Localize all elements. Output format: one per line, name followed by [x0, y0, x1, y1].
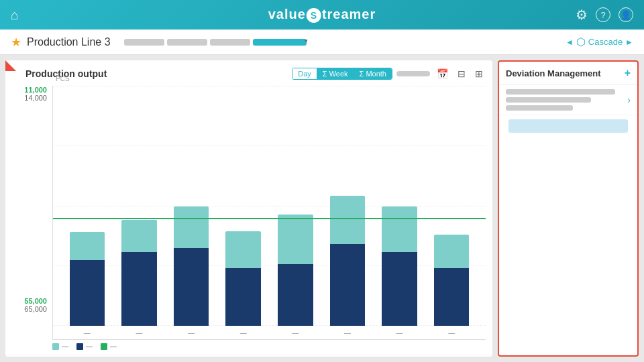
bar-top-7: [382, 206, 417, 252]
chart-header: Production output Day Σ Week Σ Month 📅 ⊟…: [12, 67, 486, 80]
cascade-nav[interactable]: ◄ ⬡ Cascade ►: [566, 36, 633, 48]
bar-bottom-2: [121, 252, 157, 326]
bar-group-2: [117, 86, 162, 326]
y-axis: 11,000 14,000 55,000 65,000: [12, 86, 52, 340]
bar-group-6: [325, 86, 370, 326]
breadcrumb-tab-1[interactable]: [124, 39, 164, 46]
deviation-panel: Deviation Management + ›: [498, 60, 639, 357]
bar-group-4: [221, 86, 266, 326]
alert-triangle-icon: [5, 60, 16, 71]
filter-icon[interactable]: ⊟: [455, 67, 468, 80]
legend-item-teal: —: [52, 343, 68, 350]
y-label-3: 55,000: [24, 297, 47, 305]
x-label-4: —: [221, 329, 266, 337]
logo-prefix: value: [268, 7, 306, 21]
deviation-header: Deviation Management +: [499, 62, 637, 85]
calendar-icon[interactable]: 📅: [434, 67, 451, 80]
home-icon[interactable]: ⌂: [11, 7, 19, 23]
x-label-7: —: [378, 329, 422, 337]
logo-s: S: [307, 8, 321, 23]
bar-top-5: [278, 215, 313, 264]
deviation-add-button[interactable]: +: [625, 67, 631, 79]
y-label-4: 65,000: [24, 305, 47, 313]
bar-stacked-7: [382, 206, 417, 326]
bar-bottom-6: [330, 244, 366, 326]
cascade-next-icon[interactable]: ►: [625, 38, 633, 47]
y-label-2: 14,000: [24, 94, 47, 102]
bar-bottom-7: [382, 252, 417, 326]
x-label-5: —: [274, 329, 318, 337]
target-line: [53, 218, 486, 219]
bar-bottom-3: [174, 248, 209, 326]
cascade-prev-icon[interactable]: ◄: [566, 38, 574, 47]
user-icon[interactable]: 👤: [619, 7, 633, 22]
x-label-8: —: [429, 329, 474, 337]
main-content: Production output Day Σ Week Σ Month 📅 ⊟…: [0, 55, 644, 362]
x-label-6: —: [325, 329, 370, 337]
breadcrumb-tab-2[interactable]: [167, 39, 207, 46]
bar-bottom-4: [225, 268, 261, 326]
bar-top-8: [434, 235, 470, 268]
help-icon[interactable]: ?: [596, 7, 610, 22]
bar-stacked-4: [225, 231, 261, 326]
legend-color-navy: [76, 343, 83, 350]
x-label-1: —: [65, 329, 109, 337]
legend-item-navy: —: [76, 343, 93, 350]
x-label-3: —: [169, 329, 213, 337]
chart-legend: — — —: [12, 343, 486, 350]
deviation-footer-bar: [508, 119, 628, 133]
page-title: Production Line 3: [27, 36, 111, 48]
bar-group-3: [169, 86, 213, 326]
bar-stacked-6: [330, 196, 366, 326]
bar-bottom-1: [70, 260, 105, 326]
bar-stacked-5: [278, 215, 313, 326]
unit-label: PCS: [56, 75, 70, 82]
chart-controls: Day Σ Week Σ Month 📅 ⊟ ⊞: [292, 67, 486, 80]
chart-body: PCS: [52, 86, 486, 340]
bar-group-7: [378, 86, 422, 326]
legend-label-green: —: [110, 343, 117, 350]
bar-bottom-5: [278, 264, 313, 326]
bar-stacked-2: [121, 220, 157, 326]
app-header: ⌂ valueStreamer ⚙ ? 👤: [0, 0, 644, 29]
legend-label-teal: —: [62, 343, 68, 350]
period-button-group: Day Σ Week Σ Month: [292, 68, 392, 80]
logo-suffix: treamer: [322, 7, 376, 21]
chart-panel: Production output Day Σ Week Σ Month 📅 ⊟…: [5, 60, 492, 357]
y-label-1: 11,000: [24, 86, 47, 94]
period-week-button[interactable]: Σ Week: [317, 68, 354, 79]
page-title-area: ★ Production Line 3: [11, 35, 111, 50]
breadcrumb-tab-active[interactable]: ▾: [253, 39, 307, 46]
bar-stacked-3: [174, 206, 209, 326]
bar-group-5: [274, 86, 318, 326]
header-left: ⌂: [11, 7, 19, 23]
bar-group-8: [429, 86, 474, 326]
breadcrumb-tab-3[interactable]: [210, 39, 250, 46]
bar-stacked-1: [70, 232, 105, 326]
legend-color-teal: [52, 343, 59, 350]
x-label-2: —: [117, 329, 162, 337]
legend-color-green: [101, 343, 107, 350]
cascade-label[interactable]: Cascade: [588, 37, 623, 47]
app-logo: valueStreamer: [268, 7, 376, 23]
bar-top-2: [121, 220, 157, 252]
favorite-star-icon[interactable]: ★: [11, 35, 21, 50]
header-right: ⚙ ? 👤: [576, 7, 633, 23]
date-range-slider[interactable]: [396, 71, 430, 76]
dev-line-1-medium: [506, 97, 591, 103]
chart-area: 11,000 14,000 55,000 65,000 PCS: [12, 86, 486, 340]
deviation-arrow-icon[interactable]: ›: [627, 95, 631, 105]
settings-sliders-icon[interactable]: ⊞: [472, 67, 486, 80]
bar-group-1: [65, 86, 109, 326]
bar-top-4: [225, 231, 261, 268]
bar-stacked-8: [434, 235, 470, 326]
deviation-list-item-1[interactable]: ›: [499, 85, 637, 115]
bar-top-3: [174, 206, 209, 248]
period-day-button[interactable]: Day: [292, 68, 317, 79]
deviation-title: Deviation Management: [506, 68, 601, 78]
x-labels: — — — — — — — —: [58, 326, 480, 339]
gear-icon[interactable]: ⚙: [576, 7, 588, 23]
period-month-button[interactable]: Σ Month: [354, 68, 392, 79]
dev-line-1-long: [506, 89, 615, 95]
cascade-org-icon: ⬡: [576, 36, 586, 48]
